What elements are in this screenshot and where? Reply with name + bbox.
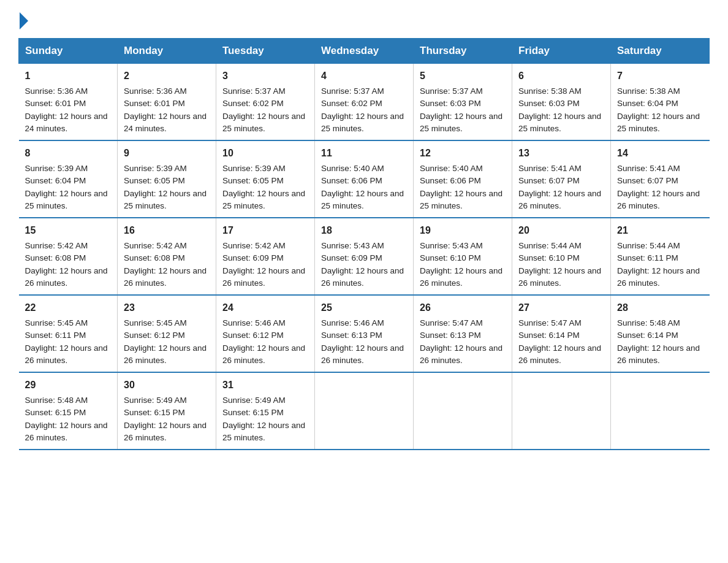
sunset-text: Sunset: 6:03 PM — [420, 99, 481, 108]
sunset-text: Sunset: 6:11 PM — [617, 253, 678, 262]
weekday-header-thursday: Thursday — [414, 39, 512, 64]
calendar-cell — [611, 372, 710, 450]
sunrise-text: Sunrise: 5:44 AM — [617, 241, 680, 250]
day-number: 7 — [617, 69, 703, 83]
calendar-cell: 28Sunrise: 5:48 AMSunset: 6:14 PMDayligh… — [611, 295, 710, 372]
calendar-cell: 14Sunrise: 5:41 AMSunset: 6:07 PMDayligh… — [611, 140, 710, 218]
sunset-text: Sunset: 6:05 PM — [222, 176, 284, 185]
day-number: 10 — [222, 146, 308, 161]
sunset-text: Sunset: 6:14 PM — [518, 331, 580, 340]
day-number: 4 — [321, 69, 407, 83]
sunset-text: Sunset: 6:05 PM — [124, 176, 185, 185]
calendar-cell: 3Sunrise: 5:37 AMSunset: 6:02 PMDaylight… — [216, 64, 315, 141]
calendar-header: SundayMondayTuesdayWednesdayThursdayFrid… — [19, 39, 710, 64]
sunrise-text: Sunrise: 5:36 AM — [124, 86, 187, 96]
calendar-body: 1Sunrise: 5:36 AMSunset: 6:01 PMDaylight… — [19, 64, 710, 450]
calendar-cell — [512, 372, 611, 450]
daylight-text: Daylight: 12 hours and 26 minutes. — [518, 266, 601, 288]
calendar-week-5: 29Sunrise: 5:48 AMSunset: 6:15 PMDayligh… — [19, 372, 710, 450]
day-number: 13 — [518, 146, 604, 161]
sunrise-text: Sunrise: 5:40 AM — [420, 164, 483, 173]
daylight-text: Daylight: 12 hours and 26 minutes. — [222, 266, 305, 288]
calendar-cell: 27Sunrise: 5:47 AMSunset: 6:14 PMDayligh… — [512, 295, 611, 372]
sunset-text: Sunset: 6:03 PM — [518, 99, 580, 108]
day-number: 30 — [124, 378, 210, 393]
day-number: 17 — [222, 223, 308, 238]
day-number: 21 — [617, 223, 703, 238]
sunset-text: Sunset: 6:04 PM — [617, 99, 678, 108]
day-number: 19 — [420, 223, 506, 238]
daylight-text: Daylight: 12 hours and 25 minutes. — [124, 189, 207, 210]
daylight-text: Daylight: 12 hours and 26 minutes. — [25, 266, 108, 288]
calendar-cell — [315, 372, 414, 450]
sunset-text: Sunset: 6:07 PM — [617, 176, 678, 185]
day-number: 1 — [25, 69, 112, 83]
day-number: 6 — [518, 69, 604, 83]
calendar-cell: 2Sunrise: 5:36 AMSunset: 6:01 PMDaylight… — [118, 64, 216, 141]
daylight-text: Daylight: 12 hours and 25 minutes. — [222, 421, 305, 442]
daylight-text: Daylight: 12 hours and 26 minutes. — [222, 343, 305, 365]
calendar-cell: 5Sunrise: 5:37 AMSunset: 6:03 PMDaylight… — [414, 64, 512, 141]
weekday-header-friday: Friday — [512, 39, 611, 64]
sunset-text: Sunset: 6:13 PM — [420, 331, 481, 340]
sunrise-text: Sunrise: 5:46 AM — [222, 318, 286, 327]
sunrise-text: Sunrise: 5:41 AM — [617, 164, 680, 173]
sunrise-text: Sunrise: 5:37 AM — [321, 86, 384, 96]
logo-arrow-icon — [20, 12, 28, 29]
calendar-cell: 21Sunrise: 5:44 AMSunset: 6:11 PMDayligh… — [611, 218, 710, 295]
calendar-cell: 17Sunrise: 5:42 AMSunset: 6:09 PMDayligh… — [216, 218, 315, 295]
day-number: 26 — [420, 301, 506, 315]
daylight-text: Daylight: 12 hours and 26 minutes. — [124, 343, 207, 365]
sunset-text: Sunset: 6:07 PM — [518, 176, 580, 185]
sunset-text: Sunset: 6:14 PM — [617, 331, 678, 340]
daylight-text: Daylight: 12 hours and 26 minutes. — [518, 189, 601, 210]
sunrise-text: Sunrise: 5:42 AM — [222, 241, 286, 250]
daylight-text: Daylight: 12 hours and 25 minutes. — [222, 112, 305, 133]
calendar-week-1: 1Sunrise: 5:36 AMSunset: 6:01 PMDaylight… — [19, 64, 710, 141]
daylight-text: Daylight: 12 hours and 26 minutes. — [617, 189, 700, 210]
sunrise-text: Sunrise: 5:39 AM — [25, 164, 88, 173]
weekday-header-wednesday: Wednesday — [315, 39, 414, 64]
day-number: 27 — [518, 301, 604, 315]
sunrise-text: Sunrise: 5:45 AM — [124, 318, 187, 327]
calendar-cell — [414, 372, 512, 450]
sunset-text: Sunset: 6:01 PM — [25, 99, 86, 108]
calendar-cell: 9Sunrise: 5:39 AMSunset: 6:05 PMDaylight… — [118, 140, 216, 218]
weekday-header-saturday: Saturday — [611, 39, 710, 64]
sunrise-text: Sunrise: 5:48 AM — [617, 318, 680, 327]
calendar-cell: 10Sunrise: 5:39 AMSunset: 6:05 PMDayligh… — [216, 140, 315, 218]
sunset-text: Sunset: 6:06 PM — [321, 176, 382, 185]
day-number: 23 — [124, 301, 210, 315]
day-number: 24 — [222, 301, 308, 315]
sunset-text: Sunset: 6:02 PM — [222, 99, 284, 108]
calendar-cell: 30Sunrise: 5:49 AMSunset: 6:15 PMDayligh… — [118, 372, 216, 450]
day-number: 14 — [617, 146, 703, 161]
day-number: 15 — [25, 223, 112, 238]
day-number: 28 — [617, 301, 703, 315]
day-number: 2 — [124, 69, 210, 83]
sunset-text: Sunset: 6:12 PM — [124, 331, 185, 340]
day-number: 22 — [25, 301, 112, 315]
day-number: 29 — [25, 378, 112, 393]
sunset-text: Sunset: 6:09 PM — [222, 253, 284, 262]
sunset-text: Sunset: 6:15 PM — [124, 408, 185, 417]
day-number: 18 — [321, 223, 407, 238]
sunrise-text: Sunrise: 5:48 AM — [25, 396, 88, 405]
calendar-cell: 24Sunrise: 5:46 AMSunset: 6:12 PMDayligh… — [216, 295, 315, 372]
calendar-cell: 18Sunrise: 5:43 AMSunset: 6:09 PMDayligh… — [315, 218, 414, 295]
day-number: 16 — [124, 223, 210, 238]
day-number: 12 — [420, 146, 506, 161]
sunrise-text: Sunrise: 5:40 AM — [321, 164, 384, 173]
calendar-cell: 6Sunrise: 5:38 AMSunset: 6:03 PMDaylight… — [512, 64, 611, 141]
daylight-text: Daylight: 12 hours and 26 minutes. — [518, 343, 601, 365]
sunrise-text: Sunrise: 5:43 AM — [321, 241, 384, 250]
daylight-text: Daylight: 12 hours and 25 minutes. — [420, 189, 502, 210]
calendar-cell: 1Sunrise: 5:36 AMSunset: 6:01 PMDaylight… — [19, 64, 118, 141]
calendar-cell: 16Sunrise: 5:42 AMSunset: 6:08 PMDayligh… — [118, 218, 216, 295]
sunset-text: Sunset: 6:02 PM — [321, 99, 382, 108]
daylight-text: Daylight: 12 hours and 26 minutes. — [617, 343, 700, 365]
calendar-cell: 13Sunrise: 5:41 AMSunset: 6:07 PMDayligh… — [512, 140, 611, 218]
calendar-cell: 23Sunrise: 5:45 AMSunset: 6:12 PMDayligh… — [118, 295, 216, 372]
daylight-text: Daylight: 12 hours and 25 minutes. — [420, 112, 502, 133]
calendar-week-4: 22Sunrise: 5:45 AMSunset: 6:11 PMDayligh… — [19, 295, 710, 372]
